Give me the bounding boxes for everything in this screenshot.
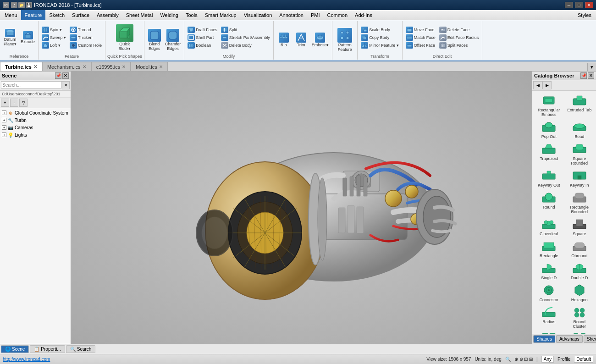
stretch-button[interactable]: Stretch Part/Assembly [220, 34, 271, 41]
emboss-button[interactable]: Emboss▾ [310, 32, 331, 48]
doc-tab-mechanism-close[interactable]: ✕ [83, 64, 86, 69]
catalog-close-button[interactable]: ✕ [588, 72, 594, 79]
tree-collapse-btn[interactable]: - [10, 99, 18, 107]
viewport[interactable] [71, 72, 532, 344]
profile-dropdown[interactable]: Default [574, 356, 593, 363]
doc-tab-c16995[interactable]: c16995.ics ✕ [91, 62, 131, 71]
tree-item-cameras[interactable]: + 📷 Cameras [1, 124, 70, 131]
catalog-item-trapezoid[interactable]: Trapezoid [534, 141, 564, 167]
tree-item-global-coord[interactable]: + ⊕ Global Coordinate System [1, 109, 70, 116]
catalog-item-square[interactable]: Square [565, 216, 595, 237]
tree-expand-btn[interactable]: + [1, 99, 9, 107]
open-icon[interactable]: 📁 [18, 2, 25, 8]
catalog-item-bead[interactable]: Bead [565, 119, 595, 140]
menu-item-annotation[interactable]: Annotation [276, 10, 307, 20]
doc-tab-model[interactable]: Model.ics ✕ [131, 62, 167, 71]
mirror-feature-button[interactable]: Mirror Feature ▾ [359, 42, 400, 49]
menu-item-assembly[interactable]: Assembly [93, 10, 122, 20]
bottom-tab-search[interactable]: 🔍 Search [66, 345, 96, 353]
scene-search-input[interactable] [1, 81, 62, 88]
edit-face-radius-button[interactable]: Edit Face Radius [438, 34, 480, 41]
delete-body-button[interactable]: Delete Body [220, 42, 271, 49]
blend-edges-button[interactable]: BlendEdges [146, 28, 163, 52]
catalog-item-radius[interactable]: Radius [534, 304, 564, 330]
tree-item-lights[interactable]: + 💡 Lights [1, 131, 70, 138]
maximize-button[interactable]: □ [575, 2, 583, 8]
match-face-button[interactable]: Match Face [404, 34, 437, 41]
doc-tab-turbine[interactable]: Turbine.ics ✕ [0, 62, 42, 71]
pattern-feature-button[interactable]: PatternFeature [336, 27, 353, 53]
catalog-item-extruded-tab[interactable]: Extruded Tab [565, 93, 595, 118]
custom-hole-button[interactable]: Custom Hole [68, 42, 103, 49]
bottom-tab-properties[interactable]: 📋 Properti... [30, 345, 65, 353]
catalog-item-obround[interactable]: Obround [565, 238, 595, 259]
catalog-item-connector[interactable]: Connector [534, 282, 564, 303]
save-icon[interactable]: 💾 [26, 2, 32, 8]
menu-item-feature[interactable]: Feature [21, 10, 46, 20]
catalog-item-round-cluster[interactable]: RoundCluster [565, 304, 595, 330]
catalog-item-rect-emboss[interactable]: RectangularEmboss [534, 93, 564, 118]
doc-tabs-arrow[interactable]: ▾ [587, 63, 596, 71]
expand-turbn[interactable]: + [2, 118, 6, 122]
menu-item-sheetmetal[interactable]: Sheet Metal [122, 10, 157, 20]
menu-item-visualization[interactable]: Visualization [240, 10, 276, 20]
panel-pin-button[interactable]: 📌 [55, 72, 61, 79]
bottom-tab-scene[interactable]: 🌐 Scene [1, 345, 29, 353]
tree-filter-btn[interactable]: ▽ [19, 99, 28, 107]
tree-item-turbn[interactable]: + 🔧 Turbn [1, 116, 70, 124]
menu-item-common[interactable]: Common [323, 10, 351, 20]
sweep-button[interactable]: Sweep ▾ [40, 34, 67, 41]
offset-face-button[interactable]: Offset Face [404, 42, 437, 49]
thread-button[interactable]: Thread [68, 26, 103, 33]
menu-item-addins[interactable]: Add-Ins [351, 10, 376, 20]
menu-item-surface[interactable]: Surface [68, 10, 93, 20]
ironcad-link[interactable]: http://www.ironcad.com [3, 357, 50, 362]
catalog-forward-button[interactable]: ▶ [542, 81, 552, 89]
catalog-item-pop-out[interactable]: Pop Out [534, 119, 564, 140]
close-button[interactable]: ✕ [585, 2, 593, 8]
doc-tab-model-close[interactable]: ✕ [159, 64, 163, 69]
catalog-item-single-d[interactable]: Single D [534, 260, 564, 281]
menu-item-menu[interactable]: Menu [1, 10, 21, 20]
catalog-item-hexagon[interactable]: Hexagon [565, 282, 595, 303]
catalog-item-keyway-out[interactable]: Keyway Out [534, 168, 564, 189]
extrude-button[interactable]: Extrude [19, 30, 36, 45]
delete-face-button[interactable]: Delete Face [438, 26, 480, 33]
catalog-item-rectangle[interactable]: Rectangle [534, 238, 564, 259]
thicken-button[interactable]: Thicken [68, 34, 103, 41]
units-dropdown[interactable]: Any [541, 356, 554, 363]
rib-button[interactable]: Rib [276, 32, 292, 48]
menu-item-smartmarkup[interactable]: Smart Markup [201, 10, 240, 20]
catalog-tab-advshaps[interactable]: Advshaps [556, 335, 583, 343]
minimize-button[interactable]: ─ [565, 2, 573, 8]
quick-block-button[interactable]: QuickBlock▾ [115, 23, 135, 52]
catalog-tab-shapes[interactable]: Shapes [533, 335, 555, 343]
doc-tab-turbine-close[interactable]: ✕ [33, 64, 37, 69]
scale-body-button[interactable]: Scale Body [359, 26, 400, 33]
expand-lights[interactable]: + [2, 132, 6, 137]
doc-tab-c16995-close[interactable]: ✕ [122, 64, 126, 69]
catalog-tab-sheetmtl[interactable]: SheetMtl [584, 335, 596, 343]
catalog-pin-button[interactable]: 📌 [580, 72, 587, 79]
catalog-item-cloverleaf[interactable]: Cloverleaf [534, 216, 564, 237]
catalog-item-double-d[interactable]: Double D [565, 260, 595, 281]
menu-item-pmi[interactable]: PMI [307, 10, 324, 20]
menu-item-welding[interactable]: Welding [156, 10, 182, 20]
menu-item-sketch[interactable]: Sketch [45, 10, 68, 20]
catalog-item-keyway-in[interactable]: Keyway In [565, 168, 595, 189]
split-button[interactable]: Split [220, 26, 271, 33]
loft-button[interactable]: Loft ▾ [40, 42, 67, 49]
expand-global-coord[interactable]: + [2, 110, 6, 115]
new-icon[interactable]: 🗋 [11, 2, 17, 8]
catalog-item-round[interactable]: Round [534, 190, 564, 215]
split-faces-button[interactable]: Split Faces [438, 42, 480, 49]
expand-cameras[interactable]: + [2, 125, 6, 130]
move-face-button[interactable]: Move Face [404, 26, 437, 33]
trim-button[interactable]: Trim [293, 32, 309, 48]
menu-item-tools[interactable]: Tools [182, 10, 201, 20]
chamfer-edges-button[interactable]: ChamferEdges [164, 28, 182, 52]
copy-body-button[interactable]: Copy Body [359, 34, 400, 41]
scene-search-button[interactable]: ✕ [62, 81, 70, 89]
boolean-button[interactable]: Boolean [186, 42, 219, 49]
menu-item-styles[interactable]: Styles [574, 10, 595, 20]
